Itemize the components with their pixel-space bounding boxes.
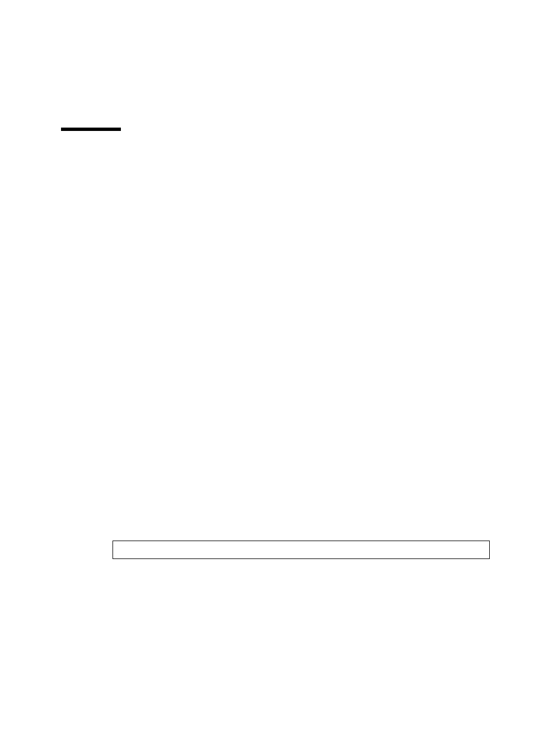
horizontal-rule-thick xyxy=(61,128,121,131)
document-page xyxy=(0,0,534,756)
empty-box xyxy=(113,541,490,559)
